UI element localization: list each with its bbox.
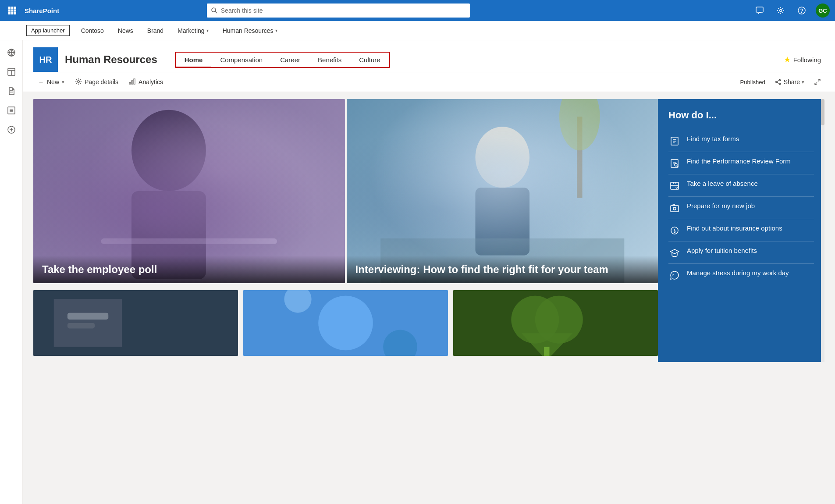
share-chevron-icon: ▾ <box>802 79 804 85</box>
thumb-bg-2 <box>243 290 448 356</box>
nav-benefits[interactable]: Benefits <box>309 53 350 67</box>
sidebar-doc-icon[interactable] <box>3 82 20 100</box>
chat-icon[interactable] <box>753 4 767 18</box>
sidebar-list-icon[interactable] <box>3 102 20 119</box>
hero-item-1[interactable]: Take the employee poll <box>33 99 345 283</box>
top-bar: SharePoint GC <box>0 0 835 21</box>
search-icon <box>211 7 217 14</box>
sidebar-globe-icon[interactable] <box>3 44 20 61</box>
svg-rect-50 <box>577 117 582 198</box>
search-input[interactable] <box>221 7 465 14</box>
thumb-1[interactable] <box>33 290 238 356</box>
new-job-label: Prepare for my new job <box>687 201 755 210</box>
svg-point-31 <box>78 80 80 82</box>
svg-rect-6 <box>8 12 11 14</box>
following-button[interactable]: ★ Following <box>780 53 824 66</box>
svg-point-37 <box>775 82 777 83</box>
share-label: Share <box>784 78 800 85</box>
stress-label: Manage stress during my work day <box>687 268 789 277</box>
svg-rect-48 <box>475 188 529 255</box>
top-bar-icons: GC <box>753 4 830 18</box>
star-icon: ★ <box>784 55 791 64</box>
how-do-i-item-5[interactable]: Find out about insurance options <box>668 219 814 241</box>
svg-rect-54 <box>68 313 108 320</box>
scrollbar-track[interactable] <box>821 99 824 362</box>
how-do-i-item-7[interactable]: Manage stress during my work day <box>668 264 814 286</box>
plus-icon: ＋ <box>38 78 44 86</box>
svg-line-78 <box>675 231 676 231</box>
nav-item-brand[interactable]: Brand <box>141 21 170 40</box>
avatar[interactable]: GC <box>816 4 830 18</box>
page-body: Take the employee poll <box>23 92 835 369</box>
nav-compensation[interactable]: Compensation <box>211 53 271 67</box>
nav-item-news[interactable]: News <box>112 21 139 40</box>
how-do-i-item-6[interactable]: Apply for tuition benefits <box>668 241 814 264</box>
following-label: Following <box>793 56 821 64</box>
toolbar: ＋ New ▾ Page details <box>23 72 835 92</box>
svg-rect-34 <box>134 79 135 84</box>
svg-rect-1 <box>11 7 14 9</box>
settings-icon[interactable] <box>774 4 788 18</box>
site-title: Human Resources <box>65 53 157 66</box>
hero-caption-1: Take the employee poll <box>33 256 345 283</box>
nav-career[interactable]: Career <box>271 53 309 67</box>
page-details-button[interactable]: Page details <box>71 75 123 89</box>
svg-line-39 <box>777 82 779 84</box>
chart-icon <box>129 78 136 86</box>
svg-rect-8 <box>14 12 16 14</box>
svg-point-9 <box>212 8 216 12</box>
leave-icon <box>668 180 681 192</box>
help-icon[interactable] <box>795 4 809 18</box>
main-content: HR Human Resources Home Compensation Car… <box>23 40 835 504</box>
nav-home[interactable]: Home <box>176 53 212 67</box>
how-do-i-item-1[interactable]: Find my tax forms <box>668 130 814 152</box>
nav-item-marketing[interactable]: Marketing ▾ <box>171 21 214 40</box>
svg-point-70 <box>675 163 677 166</box>
main-layout: HR Human Resources Home Compensation Car… <box>0 40 835 504</box>
svg-rect-7 <box>11 12 14 14</box>
svg-point-14 <box>801 13 802 13</box>
sidebar-table-icon[interactable] <box>3 63 20 81</box>
svg-line-10 <box>215 11 217 13</box>
expand-button[interactable] <box>810 75 824 89</box>
nav-item-hr[interactable]: Human Resources ▾ <box>217 21 284 40</box>
how-do-i-item-3[interactable]: Take a leave of absence <box>668 174 814 197</box>
scrollbar-thumb[interactable] <box>821 99 824 125</box>
thumb-bg-3 <box>453 290 658 356</box>
stress-icon <box>668 269 681 281</box>
nav-culture[interactable]: Culture <box>350 53 389 67</box>
site-nav: Home Compensation Career Benefits Cultur… <box>175 52 390 68</box>
svg-rect-55 <box>68 323 95 328</box>
sidebar-add-icon[interactable] <box>3 121 20 138</box>
svg-rect-2 <box>14 7 16 9</box>
insurance-icon <box>668 224 681 237</box>
search-box[interactable] <box>207 4 470 18</box>
svg-point-47 <box>475 127 529 188</box>
how-do-i-item-2[interactable]: Find the Performance Review Form <box>668 152 814 174</box>
svg-rect-74 <box>671 206 679 212</box>
thumb-3[interactable] <box>453 290 658 356</box>
expand-icon <box>814 78 821 85</box>
share-button[interactable]: Share ▾ <box>771 76 809 88</box>
analytics-button[interactable]: Analytics <box>124 75 167 89</box>
how-do-i-item-4[interactable]: Prepare for my new job <box>668 197 814 219</box>
svg-point-57 <box>318 296 373 351</box>
svg-rect-3 <box>8 10 11 12</box>
analytics-label: Analytics <box>139 78 163 85</box>
site-header: HR Human Resources Home Compensation Car… <box>23 40 835 72</box>
tuition-label: Apply for tuition benefits <box>687 246 757 255</box>
new-button[interactable]: ＋ New ▾ <box>33 75 69 89</box>
thumb-2[interactable] <box>243 290 448 356</box>
svg-point-79 <box>674 232 675 233</box>
hero-grid: Take the employee poll <box>33 99 658 283</box>
thumbnail-row <box>33 290 658 356</box>
leave-label: Take a leave of absence <box>687 179 758 188</box>
waffle-icon[interactable] <box>5 4 19 18</box>
hero-item-2[interactable]: Interviewing: How to find the right fit … <box>347 99 658 283</box>
new-job-icon <box>668 202 681 214</box>
app-launcher-button[interactable]: App launcher <box>26 25 70 36</box>
svg-rect-0 <box>8 7 11 9</box>
insurance-label: Find out about insurance options <box>687 224 782 233</box>
nav-item-contoso[interactable]: Contoso <box>75 21 110 40</box>
new-chevron-icon: ▾ <box>62 79 64 85</box>
